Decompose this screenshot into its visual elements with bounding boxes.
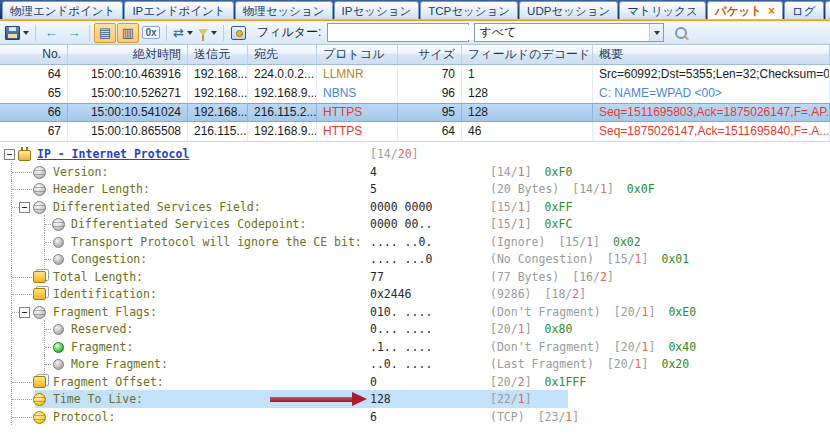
list-view-icon: ▤ bbox=[99, 26, 111, 39]
tree-row[interactable]: More Fragment: ..0. .... (Last Fragment)… bbox=[0, 355, 830, 373]
field-icon bbox=[33, 166, 46, 179]
toolbar-separator bbox=[89, 25, 90, 41]
cell-source: 192.168.... bbox=[188, 65, 248, 84]
column-header[interactable]: 送信元 bbox=[188, 45, 248, 65]
tab[interactable]: 物理エンドポイント bbox=[2, 1, 123, 19]
tree-row[interactable]: Total Length: 77 (77 Bytes)[16/2] bbox=[0, 268, 830, 286]
packet-row[interactable]: 67 15:00:10.865508 216.115.... 192.168.9… bbox=[0, 122, 830, 141]
refresh-button[interactable]: ⇄ bbox=[171, 23, 195, 43]
tab[interactable]: TCPセッション bbox=[420, 1, 518, 19]
tree-row[interactable]: Fragment Offset: 0 [20/2]0x1FFF bbox=[0, 373, 830, 391]
field-detail: [15/1]0xFF bbox=[490, 200, 572, 214]
tree-row[interactable]: Differentiated Services Codepoint: 0000 … bbox=[0, 215, 830, 233]
packet-row[interactable]: 65 15:00:10.526271 192.168.... 192.168.9… bbox=[0, 84, 830, 103]
collapse-toggle-icon[interactable] bbox=[4, 149, 15, 160]
filter-input[interactable] bbox=[328, 25, 476, 40]
tab[interactable]: レポート bbox=[825, 1, 830, 19]
field-label[interactable]: Transport Protocol will ignore the CE bi… bbox=[71, 235, 362, 249]
collapse-toggle-icon[interactable] bbox=[19, 307, 30, 318]
cell-summary: Seq=1511695803,Ack=1875026147,F=.AP...,.… bbox=[593, 103, 830, 122]
field-label[interactable]: Identification: bbox=[53, 287, 157, 301]
filter-menu-button[interactable] bbox=[196, 23, 219, 43]
column-header[interactable]: 宛先 bbox=[248, 45, 317, 65]
tree-row[interactable]: Identification: 0x2446 (9286)[18/2] bbox=[0, 285, 830, 303]
field-value: 0... .... bbox=[370, 322, 432, 336]
scope-dropdown-button[interactable] bbox=[649, 24, 663, 41]
next-packet-button[interactable]: → bbox=[63, 23, 85, 43]
tree-row[interactable]: Fragment: .1.. .... (Don't Fragment)[20/… bbox=[0, 338, 830, 356]
field-label[interactable]: Header Length: bbox=[53, 182, 150, 196]
tab-bar: 物理エンドポイント IPエンドポイント 物理セッション IPセッション TCPセ… bbox=[0, 0, 830, 19]
refresh-icon: ⇄ bbox=[173, 26, 184, 39]
field-offset-length: [14/1] bbox=[490, 165, 532, 179]
column-header[interactable]: プロトコル bbox=[317, 45, 398, 65]
tree-guide-line bbox=[45, 347, 51, 348]
cell-no: 67 bbox=[0, 122, 68, 141]
column-header[interactable]: No. bbox=[0, 45, 68, 65]
field-label[interactable]: Total Length: bbox=[53, 270, 143, 284]
tree-row[interactable]: Transport Protocol will ignore the CE bi… bbox=[0, 233, 830, 251]
tab[interactable]: マトリックス bbox=[619, 1, 706, 19]
tab[interactable]: 物理セッション bbox=[235, 1, 333, 19]
field-label[interactable]: Fragment Offset: bbox=[53, 375, 164, 389]
tree-row[interactable]: Congestion: .... ...0 (No Congestion)[15… bbox=[0, 250, 830, 268]
protocol-scope-combo[interactable]: すべて bbox=[474, 23, 664, 42]
column-header[interactable]: サイズ bbox=[398, 45, 462, 65]
column-header[interactable]: フィールドのデコード bbox=[462, 45, 593, 65]
field-label[interactable]: Version: bbox=[53, 165, 108, 179]
tree-row[interactable]: Fragment Flags: 010. .... (Don't Fragmen… bbox=[0, 303, 830, 321]
field-offset-length: [23/1] bbox=[538, 410, 580, 424]
field-label[interactable]: Time To Live: bbox=[53, 392, 143, 406]
tree-row[interactable]: Reserved: 0... .... [20/1]0x80 bbox=[0, 320, 830, 338]
field-icon bbox=[33, 393, 46, 406]
field-detail: [14/1]0xF0 bbox=[490, 165, 572, 179]
tree-row[interactable]: Time To Live: 128 [22/1] bbox=[0, 390, 830, 408]
tree-row[interactable]: Differentiated Services Field: 0000 0000… bbox=[0, 198, 830, 216]
tab[interactable]: UDPセッション bbox=[519, 1, 618, 19]
field-offset-length: [20/1] bbox=[490, 322, 532, 336]
field-label[interactable]: Protocol: bbox=[53, 410, 115, 424]
prev-packet-button[interactable]: ← bbox=[40, 23, 62, 43]
save-icon bbox=[5, 26, 20, 40]
column-header[interactable]: 概要 bbox=[593, 45, 830, 65]
cell-destination: 192.168.9... bbox=[248, 84, 317, 103]
tree-guide-line bbox=[11, 338, 12, 356]
field-value: 0000 0000 bbox=[370, 200, 432, 214]
detail-view-button[interactable]: ▥ bbox=[117, 23, 139, 43]
tab[interactable]: ログ bbox=[784, 1, 824, 19]
search-button[interactable] bbox=[669, 23, 693, 43]
hex-view-button[interactable]: 0x bbox=[140, 23, 162, 43]
decode-settings-button[interactable] bbox=[228, 23, 250, 43]
field-label[interactable]: Differentiated Services Field: bbox=[53, 200, 261, 214]
packet-row[interactable]: 66 15:00:10.541024 192.168.... 216.115.2… bbox=[0, 103, 830, 122]
cell-no: 66 bbox=[0, 103, 68, 122]
field-mask: 0xE0 bbox=[668, 305, 696, 319]
field-value: .... ..0. bbox=[370, 235, 432, 249]
packet-row[interactable]: 64 15:00:10.463916 192.168.... 224.0.0.2… bbox=[0, 65, 830, 84]
tree-row[interactable]: Version: 4 [14/1]0xF0 bbox=[0, 163, 830, 181]
column-header[interactable]: 絶対時間 bbox=[68, 45, 188, 65]
tree-row[interactable]: IP - Internet Protocol [14/20] bbox=[0, 145, 830, 163]
tree-row[interactable]: Header Length: 5 (20 Bytes)[14/1]0x0F bbox=[0, 180, 830, 198]
list-view-button[interactable]: ▤ bbox=[94, 23, 116, 43]
tab[interactable]: パケット × bbox=[707, 1, 783, 19]
field-label[interactable]: IP - Internet Protocol bbox=[37, 147, 189, 161]
field-label[interactable]: Fragment: bbox=[71, 340, 133, 354]
tab[interactable]: IPセッション bbox=[334, 1, 420, 19]
field-label[interactable]: Fragment Flags: bbox=[53, 305, 157, 319]
tree-guide-line bbox=[12, 417, 32, 418]
save-export-button[interactable] bbox=[3, 23, 31, 43]
dropdown-arrow-icon bbox=[654, 31, 660, 35]
field-meaning: (20 Bytes) bbox=[490, 182, 559, 196]
field-label[interactable]: Reserved: bbox=[71, 322, 133, 336]
collapse-toggle-icon[interactable] bbox=[19, 202, 30, 213]
field-label[interactable]: Congestion: bbox=[71, 252, 147, 266]
filter-combo bbox=[327, 23, 469, 42]
field-detail: (77 Bytes)[16/2] bbox=[490, 270, 614, 284]
tree-row[interactable]: Protocol: 6 (TCP)[23/1] bbox=[0, 408, 830, 426]
tab-close-icon[interactable]: × bbox=[768, 4, 775, 18]
field-label[interactable]: Differentiated Services Codepoint: bbox=[71, 217, 306, 231]
tab[interactable]: IPエンドポイント bbox=[124, 1, 233, 19]
tree-guide-line bbox=[45, 242, 51, 243]
field-label[interactable]: More Fragment: bbox=[71, 357, 168, 371]
